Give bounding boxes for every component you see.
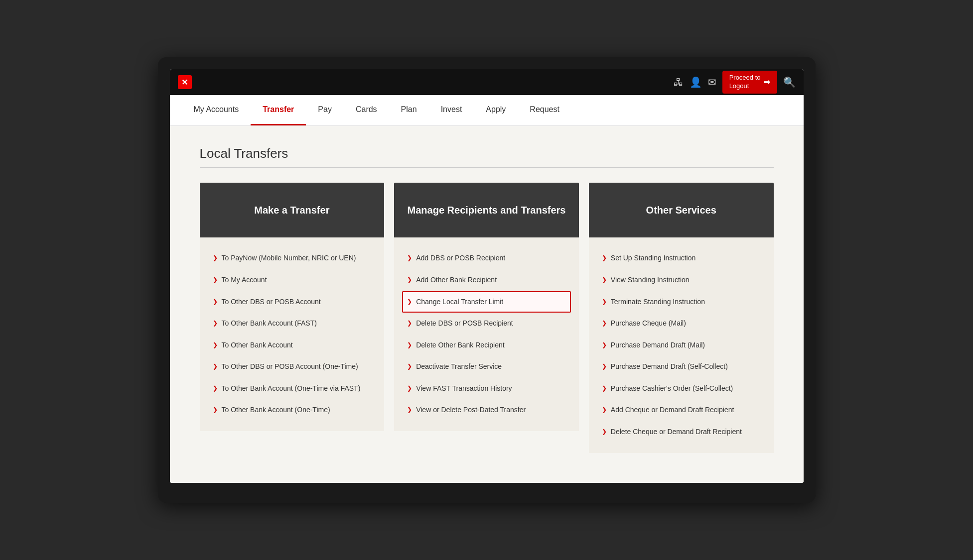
chevron-icon: ❯	[602, 276, 607, 283]
menu-item-other-bank[interactable]: ❯ To Other Bank Account	[208, 335, 377, 356]
menu-item-dbs-posb-one-time[interactable]: ❯ To Other DBS or POSB Account (One-Time…	[208, 356, 377, 378]
chevron-icon: ❯	[407, 276, 412, 283]
column-make-a-transfer: Make a Transfer ❯ To PayNow (Mobile Numb…	[200, 183, 385, 431]
monitor: ✕ 🖧 👤 ✉ Proceed toLogout ➡ 🔍 My Accounts…	[158, 57, 816, 502]
chevron-icon: ❯	[213, 385, 218, 392]
column-body-manage-recipients: ❯ Add DBS or POSB Recipient ❯ Add Other …	[394, 237, 579, 431]
chevron-icon: ❯	[213, 254, 218, 261]
menu-item-change-local-transfer-limit[interactable]: ❯ Change Local Transfer Limit	[402, 291, 571, 313]
top-bar-right: 🖧 👤 ✉ Proceed toLogout ➡ 🔍	[674, 71, 796, 94]
logout-arrow-icon: ➡	[764, 77, 770, 88]
menu-item-delete-other-bank-recipient[interactable]: ❯ Delete Other Bank Recipient	[402, 335, 571, 356]
menu-item-label: To Other Bank Account	[222, 340, 293, 350]
menu-item-label: View FAST Transaction History	[416, 384, 512, 394]
menu-item-label: Delete DBS or POSB Recipient	[416, 319, 513, 329]
mail-icon[interactable]: ✉	[708, 76, 716, 88]
menu-item-label: Terminate Standing Instruction	[611, 297, 705, 307]
chevron-icon: ❯	[213, 320, 218, 327]
chevron-icon: ❯	[602, 385, 607, 392]
menu-item-label: Purchase Cashier's Order (Self-Collect)	[611, 384, 733, 394]
menu-item-label: Deactivate Transfer Service	[416, 362, 502, 372]
menu-item-label: Add DBS or POSB Recipient	[416, 253, 505, 263]
chevron-icon: ❯	[602, 320, 607, 327]
menu-item-label: To PayNow (Mobile Number, NRIC or UEN)	[222, 253, 356, 263]
chevron-icon: ❯	[602, 428, 607, 435]
menu-item-other-bank-one-time-fast[interactable]: ❯ To Other Bank Account (One-Time via FA…	[208, 378, 377, 400]
menu-item-add-cheque-recipient[interactable]: ❯ Add Cheque or Demand Draft Recipient	[597, 399, 766, 421]
column-manage-recipients: Manage Recipients and Transfers ❯ Add DB…	[394, 183, 579, 431]
menu-item-label: Add Cheque or Demand Draft Recipient	[611, 405, 734, 415]
user-icon[interactable]: 👤	[690, 76, 702, 88]
chevron-icon: ❯	[213, 406, 218, 413]
nav-item-request[interactable]: Request	[518, 95, 571, 125]
menu-item-purchase-cheque-mail[interactable]: ❯ Purchase Cheque (Mail)	[597, 313, 766, 335]
chevron-icon: ❯	[602, 363, 607, 370]
column-header-make-a-transfer: Make a Transfer	[200, 183, 385, 237]
nav-item-pay[interactable]: Pay	[306, 95, 344, 125]
main-nav: My Accounts Transfer Pay Cards Plan Inve…	[170, 95, 804, 126]
menu-item-my-account[interactable]: ❯ To My Account	[208, 269, 377, 291]
search-icon[interactable]: 🔍	[783, 76, 796, 88]
chevron-icon: ❯	[213, 276, 218, 283]
chevron-icon: ❯	[407, 363, 412, 370]
menu-item-view-fast-history[interactable]: ❯ View FAST Transaction History	[402, 378, 571, 400]
menu-item-other-bank-one-time[interactable]: ❯ To Other Bank Account (One-Time)	[208, 399, 377, 421]
menu-item-other-bank-fast[interactable]: ❯ To Other Bank Account (FAST)	[208, 313, 377, 335]
chevron-icon: ❯	[602, 298, 607, 305]
chevron-icon: ❯	[407, 406, 412, 413]
menu-item-purchase-demand-draft-mail[interactable]: ❯ Purchase Demand Draft (Mail)	[597, 335, 766, 356]
nav-item-my-accounts[interactable]: My Accounts	[182, 95, 251, 125]
top-bar: ✕ 🖧 👤 ✉ Proceed toLogout ➡ 🔍	[170, 69, 804, 95]
nav-item-transfer[interactable]: Transfer	[251, 95, 306, 125]
menu-item-label: View Standing Instruction	[611, 275, 690, 285]
nav-item-apply[interactable]: Apply	[474, 95, 518, 125]
logout-button[interactable]: Proceed toLogout ➡	[722, 71, 777, 94]
chevron-icon: ❯	[602, 254, 607, 261]
menu-item-delete-dbs-posb-recipient[interactable]: ❯ Delete DBS or POSB Recipient	[402, 313, 571, 335]
nav-item-invest[interactable]: Invest	[429, 95, 474, 125]
menu-item-label: Set Up Standing Instruction	[611, 253, 695, 263]
menu-item-set-up-standing[interactable]: ❯ Set Up Standing Instruction	[597, 247, 766, 269]
logout-label: Proceed toLogout	[729, 74, 761, 91]
column-body-make-a-transfer: ❯ To PayNow (Mobile Number, NRIC or UEN)…	[200, 237, 385, 431]
menu-item-label: Change Local Transfer Limit	[416, 297, 503, 307]
chevron-icon: ❯	[213, 341, 218, 348]
menu-item-label: To My Account	[222, 275, 267, 285]
screen: ✕ 🖧 👤 ✉ Proceed toLogout ➡ 🔍 My Accounts…	[170, 69, 804, 482]
menu-item-label: View or Delete Post-Dated Transfer	[416, 405, 526, 415]
menu-item-label: Add Other Bank Recipient	[416, 275, 497, 285]
chevron-icon: ❯	[407, 385, 412, 392]
menu-item-add-other-bank-recipient[interactable]: ❯ Add Other Bank Recipient	[402, 269, 571, 291]
menu-item-terminate-standing[interactable]: ❯ Terminate Standing Instruction	[597, 291, 766, 313]
menu-item-label: To Other Bank Account (One-Time)	[222, 405, 330, 415]
close-button[interactable]: ✕	[178, 75, 192, 89]
nav-item-cards[interactable]: Cards	[344, 95, 389, 125]
column-header-manage-recipients: Manage Recipients and Transfers	[394, 183, 579, 237]
menu-item-deactivate-transfer-service[interactable]: ❯ Deactivate Transfer Service	[402, 356, 571, 378]
column-body-other-services: ❯ Set Up Standing Instruction ❯ View Sta…	[589, 237, 774, 452]
menu-item-label: To Other Bank Account (One-Time via FAST…	[222, 384, 361, 394]
menu-item-label: To Other DBS or POSB Account (One-Time)	[222, 362, 358, 372]
network-icon[interactable]: 🖧	[674, 77, 684, 88]
menu-item-purchase-cashiers-order[interactable]: ❯ Purchase Cashier's Order (Self-Collect…	[597, 378, 766, 400]
menu-item-add-dbs-posb-recipient[interactable]: ❯ Add DBS or POSB Recipient	[402, 247, 571, 269]
menu-item-paynow[interactable]: ❯ To PayNow (Mobile Number, NRIC or UEN)	[208, 247, 377, 269]
menu-item-view-standing[interactable]: ❯ View Standing Instruction	[597, 269, 766, 291]
column-other-services: Other Services ❯ Set Up Standing Instruc…	[589, 183, 774, 452]
menu-item-view-delete-post-dated[interactable]: ❯ View or Delete Post-Dated Transfer	[402, 399, 571, 421]
nav-item-plan[interactable]: Plan	[389, 95, 429, 125]
page-title: Local Transfers	[200, 146, 774, 168]
column-header-other-services: Other Services	[589, 183, 774, 237]
menu-item-delete-cheque-recipient[interactable]: ❯ Delete Cheque or Demand Draft Recipien…	[597, 421, 766, 443]
chevron-icon: ❯	[407, 298, 412, 305]
menu-item-label: Delete Cheque or Demand Draft Recipient	[611, 427, 742, 437]
menu-item-purchase-demand-draft-self-collect[interactable]: ❯ Purchase Demand Draft (Self-Collect)	[597, 356, 766, 378]
chevron-icon: ❯	[602, 406, 607, 413]
menu-item-label: Purchase Demand Draft (Self-Collect)	[611, 362, 728, 372]
menu-item-label: Purchase Demand Draft (Mail)	[611, 340, 705, 350]
chevron-icon: ❯	[407, 341, 412, 348]
menu-item-dbs-posb[interactable]: ❯ To Other DBS or POSB Account	[208, 291, 377, 313]
menu-item-label: Delete Other Bank Recipient	[416, 340, 504, 350]
chevron-icon: ❯	[213, 363, 218, 370]
menu-item-label: To Other DBS or POSB Account	[222, 297, 321, 307]
